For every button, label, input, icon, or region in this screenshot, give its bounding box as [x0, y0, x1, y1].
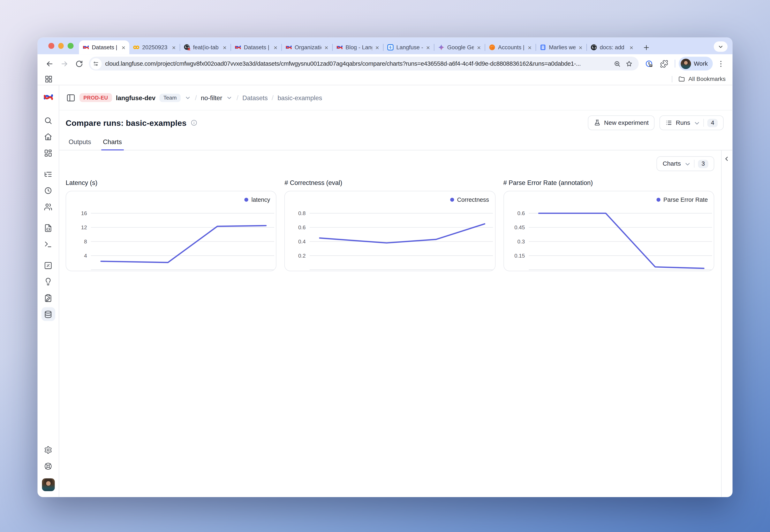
bookmark-button[interactable]	[624, 58, 635, 69]
tab-title: Langfuse -	[396, 44, 423, 50]
legend-dot	[656, 198, 660, 202]
svg-text:4: 4	[84, 253, 87, 259]
tab-close-icon[interactable]: ×	[121, 44, 126, 50]
sidebar-item-insights[interactable]	[41, 275, 55, 288]
site-info-button[interactable]	[90, 58, 102, 69]
search-icon	[44, 116, 52, 125]
zoom-button[interactable]	[612, 58, 623, 69]
browser-menu-button[interactable]	[714, 57, 728, 70]
apps-grid-button[interactable]	[44, 75, 53, 83]
sidebar-item-playground[interactable]	[41, 237, 55, 251]
sidebar-item-tracing[interactable]	[41, 167, 55, 181]
tab-close-icon[interactable]: ×	[222, 44, 227, 50]
chart-latency: Latency (s) 481216 latency	[66, 179, 277, 271]
tab-close-icon[interactable]: ×	[273, 44, 278, 50]
sidebar-item-users[interactable]	[41, 200, 55, 213]
tune-icon	[93, 60, 99, 67]
legend-label: Correctness	[457, 196, 489, 203]
chart-line	[539, 213, 704, 268]
charts-content: Charts 3 Latency (s) 481216	[59, 150, 721, 497]
collapse-panel-button[interactable]	[723, 155, 731, 163]
tab-close-icon[interactable]: ×	[527, 44, 532, 50]
environment-badge[interactable]: PROD-EU	[79, 93, 112, 102]
browser-tab[interactable]: Marlies we×	[536, 40, 586, 54]
tab-close-icon[interactable]: ×	[476, 44, 481, 50]
sidebar-item-support[interactable]	[41, 459, 55, 473]
sidebar-item-annotation[interactable]	[41, 291, 55, 305]
tab-search-button[interactable]	[714, 41, 728, 52]
browser-tab[interactable]: Google Ge×	[434, 40, 485, 54]
browser-tab[interactable]: Organizatio×	[282, 40, 332, 54]
info-icon[interactable]	[190, 119, 198, 126]
org-switcher-button[interactable]	[184, 94, 191, 101]
breadcrumb-datasets-link[interactable]: Datasets	[243, 94, 268, 101]
sidebar-item-datasets[interactable]	[41, 307, 55, 321]
user-avatar[interactable]	[42, 478, 54, 491]
svg-text:0.15: 0.15	[514, 253, 525, 259]
tab-close-icon[interactable]: ×	[426, 44, 430, 50]
sidebar-item-settings[interactable]	[41, 443, 55, 457]
minimize-window-button[interactable]	[58, 43, 64, 49]
org-name[interactable]: langfuse-dev	[116, 94, 155, 101]
extensions-button[interactable]	[657, 57, 671, 70]
breadcrumb: PROD-EU langfuse-dev Team / no-filter / …	[59, 85, 732, 111]
page-header: Compare runs: basic-examples New experim…	[59, 110, 732, 130]
maximize-window-button[interactable]	[68, 43, 73, 49]
sidebar-item-search[interactable]	[41, 114, 55, 127]
window-controls	[48, 43, 73, 49]
project-name[interactable]: no-filter	[201, 94, 222, 101]
tab-close-icon[interactable]: ×	[171, 44, 176, 50]
svg-text:0.45: 0.45	[514, 224, 525, 230]
new-experiment-label: New experiment	[604, 119, 649, 126]
browser-tab[interactable]: Accounts |×	[485, 40, 535, 54]
new-experiment-button[interactable]: New experiment	[588, 115, 655, 130]
project-switcher-button[interactable]	[226, 94, 233, 101]
browser-profile-button[interactable]: Work	[678, 57, 713, 70]
password-manager-button[interactable]	[643, 57, 656, 70]
url-bar[interactable]: cloud.langfuse.com/project/cmfwgv8fx002o…	[89, 57, 638, 70]
new-tab-button[interactable]	[640, 41, 652, 53]
chart-title: # Parse Error Rate (annotation)	[503, 179, 714, 186]
breadcrumb-current: basic-examples	[278, 94, 322, 101]
tab-close-icon[interactable]: ×	[375, 44, 380, 50]
sidebar-item-sessions[interactable]	[41, 183, 55, 197]
sidebar-item-dashboard[interactable]	[41, 146, 55, 160]
tab-title: Blog - Lang	[346, 44, 372, 50]
tab-title: Google Ge	[447, 44, 474, 50]
forward-button[interactable]	[57, 57, 71, 70]
browser-tab[interactable]: feat(io-tab×	[180, 40, 231, 54]
all-bookmarks-button[interactable]: All Bookmarks	[678, 76, 726, 83]
tab-close-icon[interactable]: ×	[578, 44, 583, 50]
browser-tab[interactable]: docs: add×	[587, 40, 637, 54]
svg-text:0.6: 0.6	[517, 210, 525, 216]
sidebar-item-evaluation[interactable]	[41, 258, 55, 272]
browser-tab[interactable]: Blog - Lang×	[333, 40, 383, 54]
browser-tab[interactable]: 6Langfuse -×	[384, 40, 434, 54]
reload-button[interactable]	[72, 57, 86, 70]
tab-outputs[interactable]: Outputs	[67, 136, 93, 150]
runs-dropdown-button[interactable]: Runs 4	[660, 115, 724, 130]
browser-toolbar: cloud.langfuse.com/project/cmfwgv8fx002o…	[38, 54, 733, 73]
tab-charts[interactable]: Charts	[101, 136, 124, 150]
runs-label: Runs	[676, 119, 690, 126]
back-button[interactable]	[42, 57, 56, 70]
chart-title: # Correctness (eval)	[285, 179, 495, 186]
browser-tab[interactable]: 20250923×	[129, 40, 179, 54]
playground-icon	[44, 240, 52, 248]
close-window-button[interactable]	[48, 43, 54, 49]
desktop: Datasets | L×20250923×feat(io-tab×Datase…	[0, 0, 770, 532]
tracing-icon	[44, 170, 52, 178]
bookmarks-bar: All Bookmarks	[38, 73, 733, 85]
chevron-down-icon	[184, 94, 191, 101]
charts-filter-button[interactable]: Charts 3	[657, 156, 714, 171]
sidebar-item-home[interactable]	[41, 130, 55, 143]
breadcrumb-separator: /	[237, 94, 238, 101]
browser-tab[interactable]: Datasets | L×	[231, 40, 281, 54]
langfuse-logo[interactable]	[43, 92, 54, 103]
sidebar-item-prompts[interactable]	[41, 221, 55, 235]
svg-text:8: 8	[84, 238, 87, 245]
browser-tab[interactable]: Datasets | L×	[79, 40, 129, 54]
sidebar-toggle-button[interactable]	[66, 93, 76, 102]
tab-close-icon[interactable]: ×	[629, 44, 634, 50]
tab-close-icon[interactable]: ×	[324, 44, 329, 50]
